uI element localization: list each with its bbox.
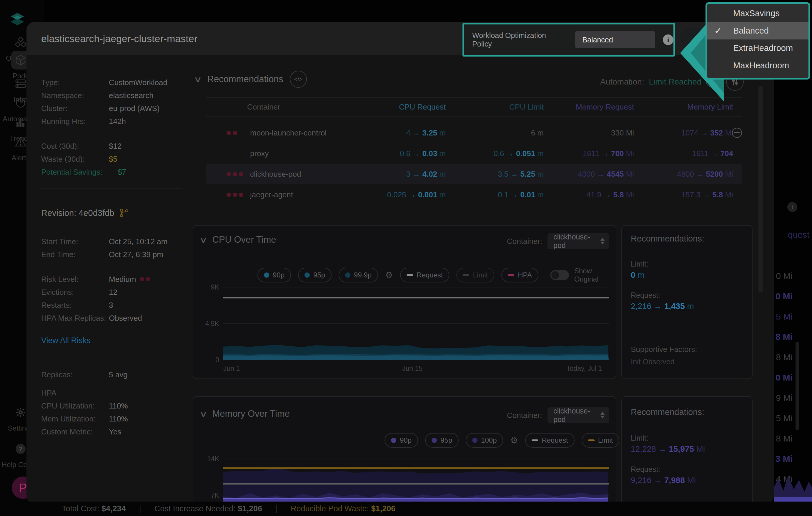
percentile-chip-90p[interactable]: 90p — [384, 433, 418, 448]
value-from: 41.9 — [586, 190, 603, 199]
value-from: 3.5 — [498, 170, 511, 179]
risk-row: Risk Level:Medium — [41, 273, 194, 286]
legend-chip-limit[interactable]: Limit — [456, 268, 494, 282]
details-replicas: Replicas:5 avgHPACPU Utilization:110%Mem… — [41, 368, 194, 438]
select-arrows-icon — [601, 238, 605, 244]
background-scrollbar[interactable] — [795, 342, 799, 430]
policy-option-maxheadroom[interactable]: MaxHeadroom — [707, 57, 809, 74]
y-tick-label: 9K — [196, 283, 219, 291]
footer-value: $1,206 — [238, 504, 262, 513]
table-body: moon-launcher-control4 → 3.25 m6 m330 Mi… — [206, 123, 742, 205]
table-row[interactable]: jaeger-agent0.025 → 0.001 m0.1 → 0.01 m4… — [206, 184, 742, 205]
risk-row-value: Medium — [109, 273, 136, 286]
cpu-cell: 4 → 3.25 m — [368, 129, 446, 138]
cpu-panel-header: ∨ CPU Over Time — [200, 235, 276, 245]
value-unit: Mi — [694, 444, 705, 454]
cost-row-label: Cost (30d): — [41, 140, 109, 153]
percentile-chip-90p[interactable]: 90p — [257, 268, 291, 282]
percentile-chip-95p[interactable]: 95p — [425, 433, 459, 448]
arrow-right-icon: → — [601, 149, 611, 158]
arrow-right-icon: → — [408, 190, 418, 199]
detail-row-label: Cluster: — [41, 102, 109, 115]
background-mi-value: 0 Mi — [771, 266, 800, 286]
footer-item: Cost Increase Needed: $1,206 — [154, 504, 262, 513]
table-row[interactable]: proxy0.6 → 0.03 m0.6 → 0.051 m1611 → 700… — [206, 143, 742, 164]
detail-row-value[interactable]: CustomWorkload — [109, 76, 167, 89]
show-original-toggle[interactable] — [550, 270, 569, 280]
info-icon[interactable]: i — [663, 34, 673, 45]
git-branch-icon[interactable] — [119, 208, 129, 218]
page-title: elasticsearch-jaeger-cluster-master — [41, 22, 197, 55]
cost-summary-bar: Total Cost: $4,234|Cost Increase Needed:… — [0, 501, 812, 516]
percentile-dot — [391, 438, 396, 443]
cpu-cell: 3.5 → 5.25 m — [446, 170, 544, 179]
time-row-value: Oct 25, 10:12 am — [109, 235, 167, 248]
value-from: 1611 — [583, 149, 601, 158]
row-action-cell — [733, 128, 742, 138]
value-to: 5.25 — [520, 170, 535, 179]
legend-label: Limit — [473, 271, 488, 279]
value-from: 0.6 — [400, 149, 412, 158]
legend-chip-limit[interactable]: Limit — [582, 433, 619, 448]
gear-icon[interactable]: ⚙ — [385, 271, 393, 279]
detail-row-label: Running Hrs: — [41, 115, 109, 128]
value-to: 7,988 — [664, 476, 685, 485]
modal-scrollbar[interactable] — [758, 86, 763, 292]
select-arrows-icon — [601, 412, 605, 418]
legend-chip-request[interactable]: Request — [400, 268, 449, 282]
cpu-side-title: Recommendations: — [631, 234, 704, 244]
view-all-risks-link[interactable]: View All Risks — [41, 334, 194, 347]
chevron-down-icon[interactable]: ∨ — [199, 409, 208, 419]
policy-option-balanced[interactable]: Balanced✓ — [707, 22, 809, 39]
details-risks: Risk Level:MediumEvictions:12Restarts:3H… — [41, 273, 194, 325]
cpu-container-row: Container: clickhouse-pod — [507, 233, 609, 249]
mem-panel-header: ∨ Memory Over Time — [200, 408, 290, 419]
cost-row-value: $5 — [109, 153, 117, 165]
mem-container-select[interactable]: clickhouse-pod — [548, 407, 609, 423]
chevron-down-icon[interactable]: ∨ — [199, 235, 208, 245]
risk-dot — [239, 172, 243, 176]
time-row: End Time:Oct 27, 6:39 pm — [41, 248, 194, 261]
detail-row: Namespace:elasticsearch — [41, 89, 194, 102]
risk-dot — [227, 131, 231, 135]
workload-policy-box: Workload Optimization Policy Balanced i — [463, 23, 675, 57]
risk-row-value: Observed — [109, 311, 142, 325]
container-name-cell: jaeger-agent — [206, 190, 368, 199]
policy-option-maxsavings[interactable]: MaxSavings — [707, 5, 809, 22]
cpu-chips-row: 90p95p99.9p⚙RequestLimitHPAShow Original — [257, 267, 616, 283]
value: 6 m — [531, 129, 544, 137]
mem-container-label: Container: — [507, 411, 542, 420]
y-tick-label: 0 — [196, 356, 219, 364]
risk-dot — [233, 193, 237, 197]
legend-chip-hpa[interactable]: HPA — [501, 268, 539, 282]
legend-chip-request[interactable]: Request — [525, 433, 574, 448]
policy-select[interactable]: Balanced — [575, 31, 655, 48]
replica-row: Custom Metric:Yes — [41, 425, 194, 438]
value-unit: m — [636, 270, 645, 279]
replica-row-label: Mem Utilization: — [41, 412, 109, 425]
value-to: 0.03 — [423, 149, 437, 158]
value-unit: Mi — [624, 190, 634, 199]
footer-item: Total Cost: $4,234 — [62, 504, 126, 513]
table-row[interactable]: moon-launcher-control4 → 3.25 m6 m330 Mi… — [206, 123, 742, 143]
value-to: 5.8 — [613, 190, 624, 199]
percentile-chip-95p[interactable]: 95p — [298, 268, 331, 282]
table-row[interactable]: clickhouse-pod3 → 4.02 m3.5 → 5.25 m4000… — [206, 164, 742, 184]
cpu-cell: 3 → 4.02 m — [368, 170, 446, 179]
cpu-container-select[interactable]: clickhouse-pod — [548, 233, 609, 249]
policy-option-extraheadroom[interactable]: ExtraHeadroom — [707, 39, 809, 57]
mem-cell: 4800 → 5200 Mi — [634, 170, 733, 179]
cpu-chart[interactable] — [223, 286, 609, 362]
yaml-code-icon[interactable]: </> — [290, 71, 307, 88]
replica-row-label: CPU Utilization: — [41, 399, 109, 412]
percentile-chip-100p[interactable]: 100p — [466, 433, 503, 448]
percentile-chip-99.9p[interactable]: 99.9p — [339, 268, 378, 282]
table-header-row: ContainerCPU RequestCPU LimitMemory Requ… — [206, 97, 742, 117]
exclude-icon[interactable] — [732, 128, 742, 138]
chevron-down-icon[interactable]: ∨ — [194, 75, 202, 84]
mem-request-label: Request: — [631, 465, 660, 473]
footer-label: Cost Increase Needed: — [154, 504, 238, 513]
gear-icon[interactable]: ⚙ — [510, 436, 518, 445]
container-name-cell: moon-launcher-control — [206, 129, 368, 138]
arrow-right-icon: → — [700, 129, 710, 137]
